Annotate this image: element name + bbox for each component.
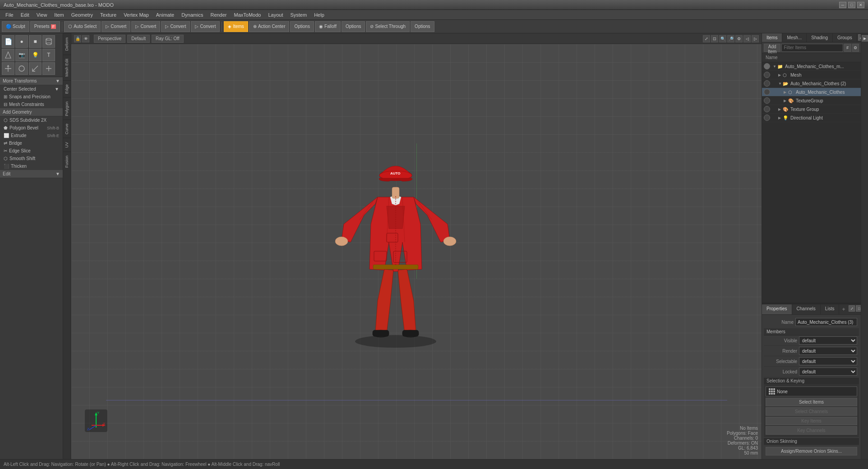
zoom-in-icon[interactable]: 🔍 xyxy=(719,35,726,42)
menu-help[interactable]: Help xyxy=(310,11,328,18)
sds-subdivide-item[interactable]: ⬡ SDS Subdivide 2X xyxy=(0,116,63,124)
prop-undock-icon[interactable]: ⤢ xyxy=(849,305,855,312)
menu-system[interactable]: System xyxy=(286,11,310,18)
uv-tab[interactable]: UV xyxy=(63,138,71,152)
select-through-button[interactable]: ⊘ Select Through xyxy=(366,21,410,32)
polygon-tab[interactable]: Polygon xyxy=(63,97,71,120)
maximize-button[interactable]: □ xyxy=(848,2,855,8)
tree-item-clothes-group[interactable]: ▼ 📂 Auto_Mechanic_Clothes (2) xyxy=(762,79,861,88)
rotate-icon[interactable] xyxy=(15,62,28,75)
polygon-bevel-item[interactable]: ⬟ Polygon Bevel Shift-B xyxy=(0,124,63,132)
cone-icon[interactable] xyxy=(2,49,14,61)
snaps-precision-item[interactable]: ⊞ Snaps and Precision xyxy=(0,93,63,101)
convert-button-2[interactable]: ▷ Convert xyxy=(131,21,160,32)
options-button-1[interactable]: Options xyxy=(290,21,314,32)
maximize-viewport-icon[interactable]: ⤢ xyxy=(703,35,710,42)
key-channels-button[interactable]: Key Channels xyxy=(766,426,857,435)
menu-animate[interactable]: Animate xyxy=(152,11,178,18)
text-icon[interactable]: T xyxy=(42,49,55,61)
default-shading-button[interactable]: Default xyxy=(127,35,150,43)
visible-select[interactable]: default xyxy=(799,336,857,345)
viewport-lock-icon[interactable]: 🔒 xyxy=(74,35,81,42)
properties-tab[interactable]: Properties xyxy=(762,304,792,314)
menu-item[interactable]: Item xyxy=(51,11,67,18)
viewport-canvas[interactable]: AUTO Y xyxy=(71,44,762,459)
selection-keying-section[interactable]: Selection & Keying xyxy=(764,377,859,385)
fusion-tab[interactable]: Fusion xyxy=(63,152,71,171)
render-select[interactable]: default xyxy=(799,347,857,355)
viewport-eye-icon[interactable]: 👁 xyxy=(82,35,89,42)
menu-file[interactable]: File xyxy=(2,11,17,18)
selectable-select[interactable]: default xyxy=(799,357,857,365)
convert-button-1[interactable]: ▷ Convert xyxy=(102,21,130,32)
options-button-2[interactable]: Options xyxy=(342,21,365,32)
curve-tab[interactable]: Curve xyxy=(63,120,71,138)
tree-item-texture-group[interactable]: ▶ 🎨 TextureGroup xyxy=(762,97,861,105)
chevron-left-icon[interactable]: ◁ xyxy=(743,35,751,42)
menu-dynamics[interactable]: Dynamics xyxy=(178,11,207,18)
cube-icon[interactable]: ■ xyxy=(29,35,42,48)
perspective-button[interactable]: Perspective xyxy=(94,35,125,43)
settings-items-icon[interactable]: ⚙ xyxy=(852,44,859,52)
convert-button-3[interactable]: ▷ Convert xyxy=(161,21,190,32)
mesh-constraints-item[interactable]: ⊟ Mesh Constraints xyxy=(0,101,63,108)
groups-tab[interactable]: Groups xyxy=(833,33,857,42)
thicken-item[interactable]: ⬛ Thicken xyxy=(0,162,63,170)
add-geometry-header[interactable]: Add Geometry xyxy=(0,108,63,116)
ray-gl-button[interactable]: Ray GL: Off xyxy=(152,35,184,43)
channels-tab[interactable]: Channels xyxy=(792,304,821,314)
new-scene-icon[interactable]: 📄 xyxy=(2,35,14,48)
add-tab-button[interactable]: + xyxy=(839,304,848,314)
falloff-button[interactable]: ◉ Falloff xyxy=(315,21,341,32)
convert-button-4[interactable]: ▷ Convert xyxy=(191,21,220,32)
deform-tab[interactable]: Deform xyxy=(63,33,71,55)
sculpt-button[interactable]: 🔵 Sculpt xyxy=(2,21,29,32)
menu-texture[interactable]: Texture xyxy=(97,11,120,18)
none-button[interactable]: None xyxy=(766,386,857,396)
mesh-edit-tab[interactable]: Mesh Edit xyxy=(63,55,71,80)
filter-items-input[interactable] xyxy=(781,44,843,52)
shading-tab[interactable]: Shading xyxy=(807,33,833,42)
tree-item-mesh[interactable]: ▶ ⬡ Mesh xyxy=(762,71,861,79)
tree-item-texture-group2[interactable]: ▶ 🎨 Texture Group xyxy=(762,105,861,114)
lists-tab[interactable]: Lists xyxy=(821,304,840,314)
tree-item-light[interactable]: ▶ 💡 Directional Light xyxy=(762,114,861,122)
smooth-shift-item[interactable]: ⬡ Smooth Shift xyxy=(0,155,63,162)
auto-select-button[interactable]: ⬡ Auto Select xyxy=(64,21,101,32)
light-icon[interactable]: 💡 xyxy=(29,49,42,61)
locked-select[interactable]: default xyxy=(799,368,857,376)
sphere-icon[interactable]: ● xyxy=(15,35,28,48)
close-button[interactable]: ✕ xyxy=(857,2,864,8)
scale-icon[interactable] xyxy=(29,62,42,75)
edit-section-header[interactable]: Edit ▼ xyxy=(0,170,63,178)
chevron-right-icon[interactable]: ▷ xyxy=(752,35,759,42)
assign-remove-onion-button[interactable]: Assign/Remove Onion Skins... xyxy=(766,447,857,455)
menu-layout[interactable]: Layout xyxy=(264,11,286,18)
mesh-tab[interactable]: Mesh... xyxy=(782,33,807,42)
more-transforms-header[interactable]: More Transforms ▼ xyxy=(0,77,63,85)
edge-tab-icon[interactable]: ▶ xyxy=(862,35,868,41)
center-selected-item[interactable]: Center Selected ▼ xyxy=(0,85,63,93)
menu-edit[interactable]: Edit xyxy=(17,11,33,18)
fit-view-icon[interactable]: ⊡ xyxy=(711,35,718,42)
cylinder-icon[interactable] xyxy=(42,35,55,48)
axis-move-icon[interactable] xyxy=(42,62,55,75)
items-button[interactable]: ◈ Items xyxy=(224,21,248,32)
filter-icon[interactable]: F xyxy=(844,44,851,52)
key-items-button[interactable]: Key Items xyxy=(766,417,857,425)
extrude-item[interactable]: ⬜ Extrude Shift-E xyxy=(0,132,63,139)
move-icon[interactable] xyxy=(2,62,14,75)
select-items-button[interactable]: Select Items xyxy=(766,398,857,406)
zoom-out-icon[interactable]: 🔎 xyxy=(727,35,734,42)
menu-maxtomodo[interactable]: MaxToModo xyxy=(231,11,265,18)
menu-geometry[interactable]: Geometry xyxy=(68,11,97,18)
minimize-button[interactable]: ─ xyxy=(839,2,846,8)
tree-item-root[interactable]: ▼ 📁 Auto_Mechanic_Clothes_m... xyxy=(762,62,861,71)
select-channels-button[interactable]: Select Channels xyxy=(766,407,857,416)
options-button-3[interactable]: Options xyxy=(411,21,434,32)
settings-icon[interactable]: ⚙ xyxy=(735,35,743,42)
edge-slice-item[interactable]: ✂ Edge Slice xyxy=(0,147,63,155)
camera-icon[interactable]: 📷 xyxy=(15,49,28,61)
menu-view[interactable]: View xyxy=(33,11,51,18)
edge-tab[interactable]: Edge xyxy=(63,80,71,97)
